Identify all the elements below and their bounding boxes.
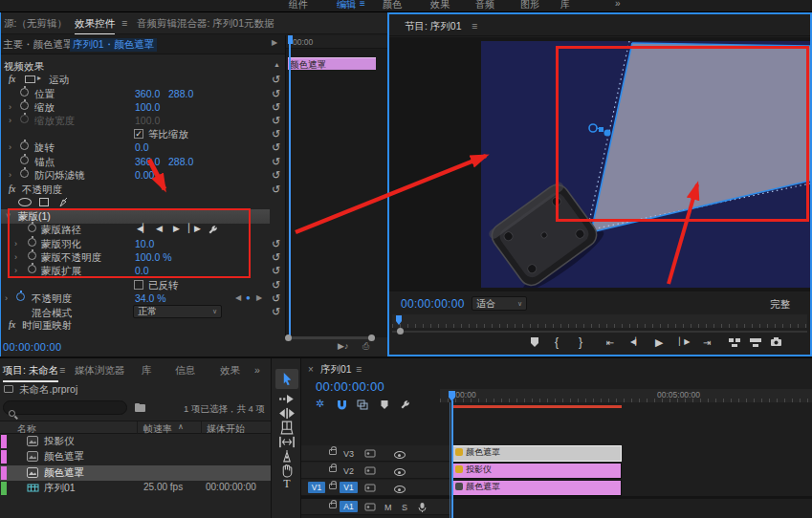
tab-effect-controls[interactable]: 效果控件 [75, 17, 115, 35]
add-marker-icon[interactable] [380, 399, 389, 410]
effect-row-motion[interactable]: fx ▸ 运动 ↺ [1, 73, 284, 87]
program-monitor-canvas[interactable] [389, 37, 810, 291]
step-back-button[interactable]: ◀▏ [630, 337, 640, 346]
ec-mini-ruler[interactable]: 00:00 [286, 35, 389, 49]
stopwatch-icon[interactable] [20, 141, 29, 150]
stopwatch-icon[interactable] [28, 238, 36, 247]
anchor-x-value[interactable]: 360.0 [135, 156, 160, 167]
lift-button[interactable] [728, 337, 741, 348]
panel-menu-icon[interactable]: ≡ [472, 20, 477, 32]
workspace-tab-assembly[interactable]: 组件 [289, 0, 308, 11]
program-monitor-title[interactable]: 节目: 序列01 [405, 20, 462, 33]
program-time-ruler[interactable] [392, 314, 807, 328]
sync-lock-icon[interactable] [364, 503, 376, 511]
playback-resolution-select[interactable]: 完整 [770, 298, 790, 312]
project-list-header[interactable]: 名称 帧速率 ∧ 媒体开始 [0, 421, 271, 434]
track-label-v3[interactable]: V3 [343, 449, 354, 459]
reset-icon[interactable]: ↺ [272, 141, 280, 154]
lock-icon[interactable] [329, 503, 337, 508]
goto-out-button[interactable]: ⇥ [703, 337, 711, 348]
stopwatch-icon[interactable] [16, 292, 25, 301]
stopwatch-icon[interactable] [20, 88, 29, 97]
voiceover-mic-icon[interactable] [418, 502, 427, 513]
track-header-v1[interactable]: V1 V1 [301, 480, 450, 496]
project-item-sequence[interactable]: 序列01 25.00 fps 00:00:00:00 [0, 481, 271, 496]
param-row-blend-mode[interactable]: 混合模式 正常 ∨ ↺ [1, 304, 284, 319]
ripple-edit-tool[interactable] [278, 406, 296, 421]
linked-selection-icon[interactable] [357, 399, 368, 410]
ec-timecode[interactable]: 00:00:00:00 [3, 341, 61, 353]
timeline-ruler[interactable]: :00:00 00:05:00:00 [440, 389, 812, 402]
effect-row-time-remap[interactable]: fx 时间重映射 [1, 318, 284, 333]
reset-icon[interactable]: ↺ [272, 279, 280, 291]
new-bin-icon[interactable] [134, 402, 146, 413]
position-y-value[interactable]: 288.0 [168, 88, 193, 99]
play-button[interactable]: ▶ [655, 336, 663, 349]
panel-menu-icon[interactable]: ≡ [59, 364, 65, 376]
lock-icon[interactable] [329, 449, 337, 455]
program-scroll-handle[interactable] [397, 328, 404, 335]
panel-menu-icon[interactable]: ≡ [356, 363, 362, 375]
mute-track-button[interactable]: M [384, 503, 392, 512]
workspace-tab-editing[interactable]: 编辑 [337, 0, 356, 11]
mask-feather-handle[interactable] [589, 124, 597, 132]
label-chip-green[interactable] [1, 482, 7, 495]
timeline-playhead-line[interactable] [451, 400, 453, 518]
reset-icon[interactable]: ↺ [272, 128, 280, 140]
program-scrollbar[interactable] [392, 331, 807, 333]
sync-lock-icon[interactable] [364, 484, 376, 492]
item-name[interactable]: 颜色遮罩 [44, 450, 84, 464]
reset-icon[interactable]: ↺ [272, 88, 280, 100]
snap-magnet-icon[interactable] [336, 399, 348, 410]
reset-icon[interactable]: ↺ [272, 101, 280, 114]
tab-source-monitor[interactable]: 源:（无剪辑） [4, 17, 67, 31]
param-row-antiflicker[interactable]: › 防闪烁滤镜 0.00 ↺ [1, 168, 284, 183]
rect-mask-tool-icon[interactable] [39, 198, 49, 206]
param-row-rotation[interactable]: › 旋转 0.0 ↺ [1, 140, 284, 155]
toggle-track-output-icon[interactable] [394, 451, 406, 459]
chevron-right-icon[interactable]: › [9, 170, 11, 180]
mask-opacity-value[interactable]: 100.0 % [135, 251, 172, 263]
add-marker-button[interactable] [529, 336, 540, 348]
track-header-v2[interactable]: V2 [301, 463, 450, 479]
antiflicker-value[interactable]: 0.00 [135, 169, 154, 181]
export-frame-button[interactable] [770, 336, 782, 347]
play-audio-icon[interactable]: ▶♪ [338, 341, 348, 351]
track-label-v1[interactable]: V1 [340, 482, 358, 493]
blend-mode-dropdown[interactable]: 正常 ∨ [133, 305, 222, 318]
param-row-mask-opacity[interactable]: › 蒙版不透明度 100.0 % ↺ [1, 250, 284, 265]
wrench-icon[interactable] [208, 225, 218, 235]
slip-tool[interactable] [278, 435, 296, 449]
chevron-right-icon[interactable]: › [5, 293, 8, 303]
workspace-tab-color[interactable]: 颜色 [383, 0, 402, 11]
timeline-tab-title[interactable]: 序列01 [320, 363, 352, 377]
param-row-anchor[interactable]: 锚点 360.0 288.0 ↺ [1, 155, 284, 169]
mask-track-first-icon[interactable]: ◀▏ [137, 224, 148, 233]
ec-mini-timeline[interactable]: 00:00 颜色遮罩 [285, 35, 388, 337]
timeline-clip-color-matte-v3-selected[interactable]: 颜色遮罩 [451, 445, 622, 462]
ec-playhead-line[interactable] [289, 35, 291, 337]
timeline-clip-color-matte-v1[interactable]: 颜色遮罩 [451, 480, 622, 496]
param-row-uniform-scale[interactable]: ✓ 等比缩放 ↺ [1, 127, 284, 141]
chevron-right-icon[interactable]: › [9, 142, 11, 152]
collapse-up-icon[interactable]: ▲ [274, 61, 280, 68]
hand-tool[interactable] [278, 464, 296, 478]
chevron-right-icon[interactable]: › [9, 102, 11, 112]
ec-zoom-handle-left[interactable] [285, 335, 292, 341]
mask-track-next-icon[interactable]: ▶ [173, 224, 179, 233]
tab-media-browser[interactable]: 媒体浏览器 [75, 364, 125, 378]
lock-icon[interactable] [329, 466, 337, 472]
razor-tool[interactable] [278, 421, 296, 435]
search-input[interactable] [3, 400, 127, 415]
source-patch-v1[interactable]: V1 [308, 482, 325, 493]
goto-in-button[interactable]: ⇤ [606, 337, 614, 348]
stopwatch-icon[interactable] [20, 101, 29, 110]
item-name[interactable]: 投影仪 [44, 435, 75, 448]
extract-button[interactable] [749, 337, 762, 348]
stopwatch-icon[interactable] [20, 169, 29, 178]
tab-project[interactable]: 项目: 未命名 [3, 364, 58, 382]
reset-icon[interactable]: ↺ [272, 306, 280, 318]
mask-track-prev-icon[interactable]: ◀ [156, 224, 162, 233]
tab-audio-mixer[interactable]: 音频剪辑混合器: 序列01 [137, 17, 244, 31]
tab-libraries[interactable]: 库 [142, 364, 152, 378]
